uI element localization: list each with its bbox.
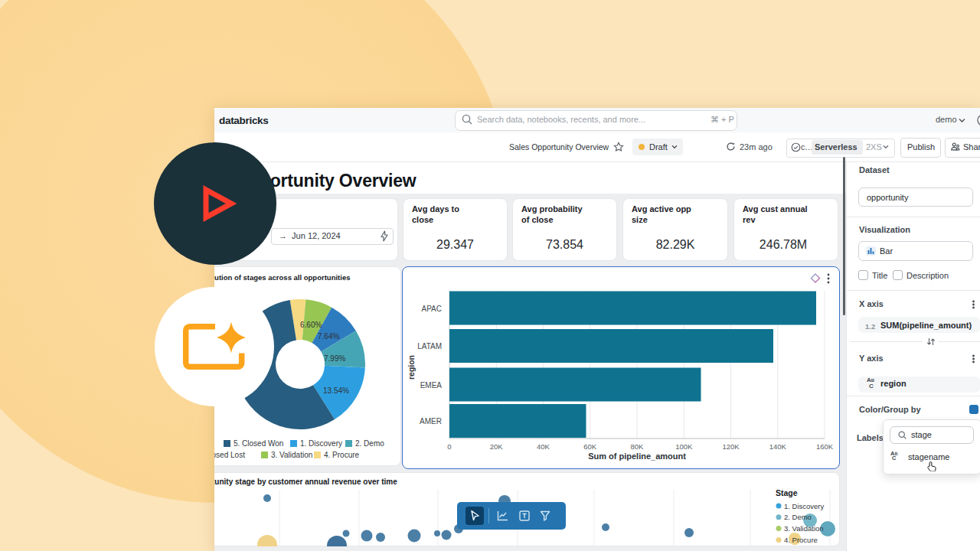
svg-text:AMER: AMER [420,417,442,425]
svg-text:100K: 100K [675,442,693,451]
svg-text:160K: 160K [816,442,834,451]
svg-text:0: 0 [447,442,451,451]
svg-text:4. Procure: 4. Procure [784,536,818,544]
svg-text:LATAM: LATAM [417,342,442,350]
svg-text:140K: 140K [769,442,787,451]
svg-text:EMEA: EMEA [420,381,443,390]
svg-text:region: region [407,355,416,380]
svg-text:120K: 120K [722,442,740,451]
svg-text:Stage: Stage [776,488,798,497]
svg-text:3. Validation: 3. Validation [784,524,824,533]
svg-text:2. Demo: 2. Demo [784,513,812,521]
svg-text:APAC: APAC [422,305,443,313]
svg-text:Sum of pipeline_amount: Sum of pipeline_amount [588,452,686,461]
svg-text:60K: 60K [583,442,597,451]
svg-text:20K: 20K [490,442,504,451]
svg-text:80K: 80K [631,442,645,451]
svg-text:40K: 40K [537,442,550,451]
svg-text:1. Discovery: 1. Discovery [784,502,825,510]
